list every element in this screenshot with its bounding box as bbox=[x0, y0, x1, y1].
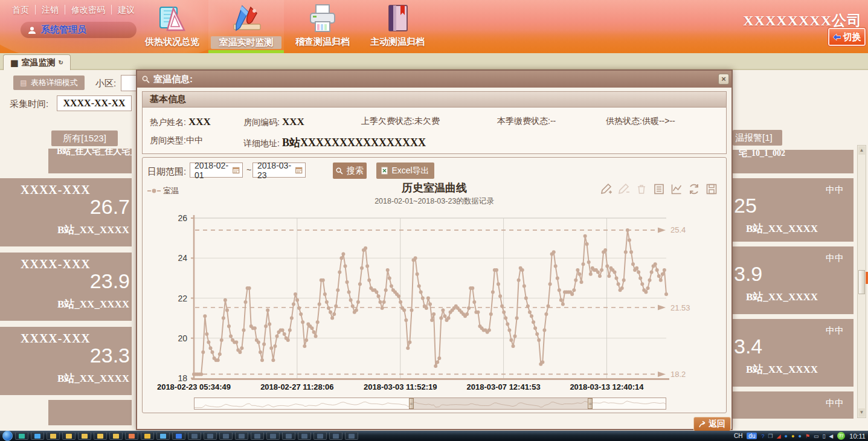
ime-indicator[interactable]: du bbox=[747, 433, 757, 439]
unmark-line-icon[interactable] bbox=[618, 183, 630, 195]
browser-chrome-icon[interactable] bbox=[141, 432, 154, 440]
flag-alert-icon[interactable]: ⚑ bbox=[805, 433, 810, 439]
nav-room-temp-monitor[interactable]: 室温实时监测 bbox=[208, 0, 284, 53]
scrollbar-thumb[interactable] bbox=[858, 270, 865, 294]
app-pinwheel-icon[interactable] bbox=[125, 432, 138, 440]
mark-line-icon[interactable] bbox=[600, 183, 612, 195]
scroll-down-icon[interactable]: ▼ bbox=[858, 408, 865, 417]
temperature-line-chart[interactable]: 18202224262018-02-23 05:34:492018-02-27 … bbox=[143, 211, 727, 398]
app-teal-icon[interactable] bbox=[15, 432, 28, 440]
window-folder-5-icon[interactable] bbox=[109, 432, 123, 440]
nav-heating-overview[interactable]: 供热状况总览 bbox=[136, 0, 208, 53]
temp-alarm-button[interactable]: 温报警[1] bbox=[733, 130, 782, 146]
tray-window-icon[interactable]: ▭ bbox=[814, 433, 819, 439]
app-media-icon[interactable] bbox=[31, 432, 44, 440]
tab-refresh-icon[interactable]: ↻ bbox=[58, 59, 63, 66]
logout-link[interactable]: 注销 bbox=[36, 5, 65, 14]
room-card[interactable]: XXXX-XXX 23.9 B站_XX_XXXX bbox=[0, 253, 132, 321]
calendar-icon[interactable] bbox=[295, 166, 303, 174]
switch-arrow-icon bbox=[833, 34, 841, 40]
scroll-up-icon[interactable]: ▲ bbox=[858, 146, 865, 155]
field-owner-name: 热户姓名:XXX bbox=[150, 116, 211, 128]
window-app-9-icon[interactable] bbox=[313, 432, 327, 440]
network-globe-icon[interactable]: ● bbox=[785, 433, 788, 439]
window-app-4-icon[interactable] bbox=[235, 432, 248, 440]
datazoom-right-handle[interactable]: = bbox=[588, 398, 593, 409]
save-image-icon[interactable] bbox=[706, 183, 718, 195]
line-chart-icon[interactable] bbox=[670, 183, 683, 195]
clock[interactable]: 10:11 bbox=[849, 433, 866, 440]
collect-time-input[interactable]: XXXX-XX-XX bbox=[57, 95, 132, 111]
tab-room-temp-monitor[interactable]: ▦ 室温监测 ↻ bbox=[3, 54, 71, 70]
chart-toolbar bbox=[600, 183, 718, 195]
date-from-input[interactable]: 2018-02-01 bbox=[190, 163, 243, 178]
list-item-partial[interactable]: 宅_10_1_002 bbox=[733, 150, 854, 173]
browser-ie-icon[interactable] bbox=[172, 432, 185, 440]
back-button[interactable]: 返回 bbox=[693, 417, 731, 431]
svg-text:22: 22 bbox=[178, 294, 187, 303]
back-arrow-icon bbox=[699, 420, 706, 428]
change-password-link[interactable]: 修改密码 bbox=[65, 5, 112, 14]
table-mode-icon: ▤ bbox=[20, 79, 27, 87]
window-folder-3-icon[interactable] bbox=[78, 432, 91, 440]
window-folder-1-icon[interactable] bbox=[47, 432, 60, 440]
nav-inspection-archive[interactable]: 稽查测温归档 bbox=[286, 0, 359, 53]
window-folder-2-icon[interactable] bbox=[62, 432, 76, 440]
room-temp-value: 23.3 bbox=[90, 344, 130, 367]
room-card[interactable]: XXXX-XXX 23.3 B站_XX_XXXX bbox=[0, 327, 132, 395]
data-view-icon[interactable] bbox=[653, 183, 665, 195]
refresh-icon[interactable] bbox=[688, 183, 700, 195]
datazoom-left-handle[interactable]: = bbox=[409, 398, 414, 409]
room-temp-value: 3.9 bbox=[734, 262, 762, 286]
excel-export-button[interactable]: Excel导出 bbox=[376, 163, 434, 179]
start-orb-icon[interactable] bbox=[2, 431, 13, 441]
room-card[interactable]: 中中 25 B站_XX_XXXX bbox=[733, 178, 854, 242]
table-detail-mode-button[interactable]: ▤ 表格详细模式 bbox=[13, 76, 85, 90]
battery-indicator[interactable]: 77 bbox=[837, 432, 845, 440]
window-app-7-icon[interactable] bbox=[282, 432, 295, 440]
date-to-input[interactable]: 2018-03-23 bbox=[252, 163, 306, 178]
language-indicator[interactable]: CH bbox=[734, 433, 742, 439]
taskbar-apps bbox=[15, 432, 358, 440]
restore-window-icon[interactable]: ❐ bbox=[768, 433, 773, 439]
speaker-icon[interactable]: ◀ bbox=[829, 433, 833, 439]
clear-marks-icon[interactable] bbox=[635, 183, 648, 195]
window-app-3-icon[interactable] bbox=[219, 432, 233, 440]
list-item-partial[interactable]: B站_住人宅_住人宅_ bbox=[48, 149, 132, 173]
close-icon[interactable]: × bbox=[718, 74, 729, 85]
district-input[interactable] bbox=[121, 75, 138, 91]
room-temp-value: 25 bbox=[734, 194, 757, 217]
window-app-8-icon[interactable] bbox=[298, 432, 311, 440]
dialog-titlebar[interactable]: 室温信息: bbox=[137, 71, 731, 88]
room-card-partial[interactable]: 中中 bbox=[733, 391, 854, 419]
room-card[interactable]: XXXX-XXX 26.7 B站_XX_XXXX bbox=[0, 178, 132, 246]
help-icon[interactable]: ? bbox=[761, 433, 764, 439]
window-app-1-icon[interactable] bbox=[188, 432, 201, 440]
window-app-5-icon[interactable] bbox=[251, 432, 264, 440]
pointer-red-icon[interactable]: ◢ bbox=[777, 433, 781, 439]
room-card[interactable]: 中中 3.4 B站_XX_XXXX bbox=[733, 319, 854, 387]
datazoom-selected-range[interactable] bbox=[411, 398, 590, 409]
tray-plug-icon[interactable]: ▯ bbox=[822, 433, 825, 439]
room-card[interactable]: 中中 3.9 B站_XX_XXXX bbox=[733, 246, 854, 314]
search-button[interactable]: 搜索 bbox=[333, 163, 367, 179]
nav-active-measure-archive[interactable]: 主动测温归档 bbox=[361, 0, 434, 53]
window-app-11-icon[interactable] bbox=[345, 432, 358, 440]
all-rooms-button[interactable]: 所有[1523] bbox=[51, 130, 118, 146]
nav-label: 供热状况总览 bbox=[136, 36, 208, 48]
window-app-6-icon[interactable] bbox=[266, 432, 280, 440]
switch-button[interactable]: 切换 bbox=[828, 28, 866, 46]
date-to-value: 2018-03-23 bbox=[257, 161, 295, 180]
window-app-10-icon[interactable] bbox=[329, 432, 342, 440]
window-app-blue-icon[interactable] bbox=[156, 432, 170, 440]
datazoom-slider[interactable]: = = bbox=[194, 398, 666, 410]
security-shield-icon[interactable]: ● bbox=[791, 433, 794, 439]
calendar-icon[interactable] bbox=[233, 166, 240, 174]
vertical-scrollbar[interactable]: ▲ ▼ bbox=[857, 145, 866, 418]
window-app-2-icon[interactable] bbox=[204, 432, 217, 440]
window-folder-4-icon[interactable] bbox=[94, 432, 107, 440]
cloud-sync-icon[interactable]: ● bbox=[798, 433, 801, 439]
home-link[interactable]: 首页 bbox=[6, 5, 36, 14]
room-card-partial[interactable] bbox=[48, 400, 132, 425]
set-square-icon bbox=[158, 4, 187, 37]
